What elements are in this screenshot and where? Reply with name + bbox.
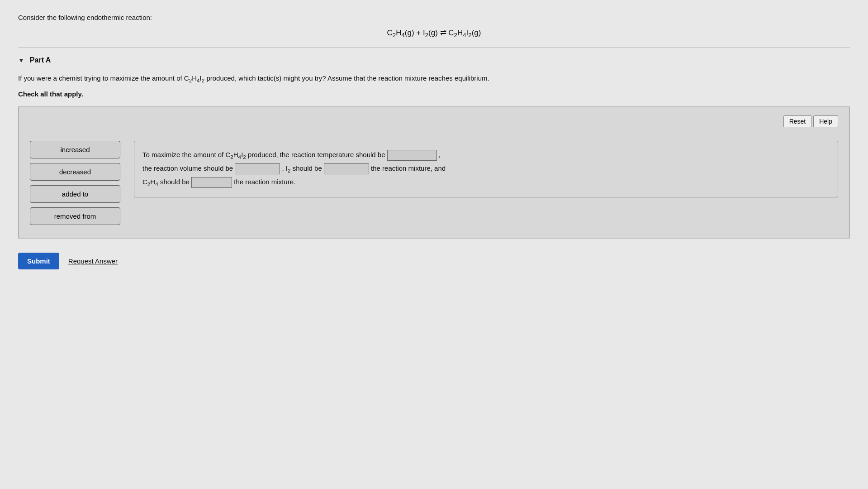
bottom-actions: Submit Request Answer [18, 253, 850, 269]
part-title: Part A [30, 56, 51, 64]
choice-btn-removed-from[interactable]: removed from [30, 207, 120, 225]
top-button-row: Reset Help [30, 115, 838, 127]
main-interaction-box: Reset Help increased decreased added to … [18, 106, 850, 239]
line1-prefix: To maximize the amount of C2H4I2 produce… [142, 151, 387, 158]
line2-middle: , I2 should be [282, 164, 323, 172]
choice-button-list: increased decreased added to removed fro… [30, 141, 120, 225]
fill-box-volume[interactable] [235, 163, 280, 174]
line2-suffix: the reaction mixture, and [371, 164, 446, 172]
choice-btn-decreased[interactable]: decreased [30, 163, 120, 181]
reset-button[interactable]: Reset [783, 115, 812, 127]
section-divider [18, 48, 850, 48]
part-header: ▼ Part A [18, 56, 850, 64]
line1-suffix: , [439, 151, 441, 158]
fill-in-text-block: To maximize the amount of C2H4I2 produce… [134, 141, 838, 197]
part-arrow-icon: ▼ [18, 57, 24, 64]
page-wrapper: Consider the following endothermic react… [0, 0, 868, 489]
submit-button[interactable]: Submit [18, 253, 59, 269]
request-answer-link[interactable]: Request Answer [68, 257, 118, 265]
question-text: If you were a chemist trying to maximize… [18, 73, 850, 85]
choice-btn-increased[interactable]: increased [30, 141, 120, 158]
line3-suffix: the reaction mixture. [234, 178, 295, 186]
fill-box-temperature[interactable] [387, 150, 437, 161]
equation-block: C2H4(g) + I2(g) ⇌ C2H4I2(g) [18, 28, 850, 38]
choice-btn-added-to[interactable]: added to [30, 185, 120, 203]
content-area: increased decreased added to removed fro… [30, 141, 838, 225]
fill-box-c2h4[interactable] [191, 177, 232, 188]
check-all-text: Check all that apply. [18, 90, 850, 98]
help-button[interactable]: Help [813, 115, 838, 127]
intro-text: Consider the following endothermic react… [18, 14, 850, 21]
fill-box-i2[interactable] [324, 163, 369, 174]
line3-prefix: C2H4 should be [142, 178, 191, 186]
line2-prefix: the reaction volume should be [142, 164, 235, 172]
